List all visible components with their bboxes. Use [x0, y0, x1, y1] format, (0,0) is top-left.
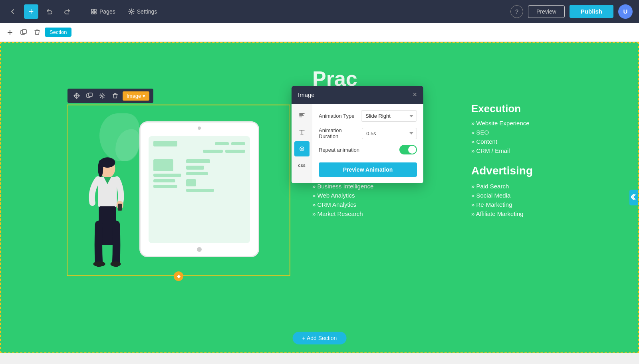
- dialog-sidebar: CSS: [292, 104, 312, 183]
- image-dialog: Image ×: [292, 86, 423, 183]
- tablet-block: [215, 142, 229, 145]
- tablet-block: [153, 185, 177, 188]
- duplicate-element-button[interactable]: [84, 91, 95, 101]
- back-button[interactable]: [6, 5, 19, 18]
- settings-nav[interactable]: Settings: [124, 6, 161, 17]
- tablet-block: [153, 174, 181, 177]
- list-item: » Social Media: [471, 192, 606, 199]
- svg-point-20: [301, 148, 303, 150]
- tablet-block: [153, 141, 177, 146]
- svg-rect-15: [118, 204, 122, 211]
- add-section-tool[interactable]: [4, 26, 16, 38]
- list-item: » Content: [471, 138, 606, 145]
- advertising-title: Advertising: [471, 164, 606, 177]
- avatar: U: [618, 4, 633, 19]
- svg-rect-1: [94, 9, 96, 12]
- image-element: Image ▾: [67, 105, 290, 276]
- help-button[interactable]: ?: [510, 5, 523, 18]
- repeat-animation-label: Repeat animation: [319, 147, 359, 153]
- person-illustration: [83, 156, 131, 267]
- list-item: » SEO: [471, 129, 606, 136]
- svg-point-9: [101, 95, 103, 97]
- tablet-camera: [198, 127, 201, 130]
- animation-type-label: Animation Type: [319, 113, 354, 119]
- delete-section-tool[interactable]: [31, 26, 43, 38]
- list-item: » Paid Search: [471, 183, 606, 190]
- tablet-block: [203, 150, 223, 153]
- dialog-title: Image: [298, 91, 315, 98]
- svg-rect-6: [22, 30, 26, 34]
- move-element-button[interactable]: [71, 91, 82, 101]
- plus-icon: +: [29, 6, 34, 17]
- add-section-button[interactable]: + Add Section: [293, 332, 347, 344]
- svg-point-18: [111, 261, 121, 267]
- tablet-block: [186, 166, 204, 170]
- animation-duration-label: Animation Duration: [319, 127, 362, 139]
- help-icon: ?: [515, 8, 518, 15]
- tablet-button: [197, 247, 202, 252]
- redo-button[interactable]: [61, 5, 73, 18]
- tablet-screen: [149, 136, 250, 243]
- repeat-animation-field: Repeat animation: [319, 145, 417, 154]
- dialog-tab-animation[interactable]: [294, 141, 310, 156]
- dialog-close-button[interactable]: ×: [413, 91, 417, 99]
- tablet-illustration: [139, 121, 259, 257]
- publish-button[interactable]: Publish: [570, 5, 613, 18]
- main-area: Image ▾: [0, 42, 639, 364]
- svg-rect-3: [94, 12, 96, 14]
- resize-handle[interactable]: ◆: [174, 271, 183, 281]
- advertising-section: Advertising » Paid Search » Social Media…: [471, 164, 606, 220]
- list-item: » CRM Analytics: [312, 201, 447, 208]
- dialog-content: Animation Type Slide Right Slide Left Sl…: [312, 104, 423, 183]
- tablet-block: [186, 172, 208, 175]
- list-item: » Market Research: [312, 210, 447, 217]
- pages-nav[interactable]: Pages: [87, 6, 119, 17]
- dialog-tab-css[interactable]: CSS: [294, 158, 310, 173]
- animation-type-select[interactable]: Slide Right Slide Left Slide Up Slide Do…: [361, 110, 417, 122]
- pages-label: Pages: [99, 8, 115, 15]
- element-settings-button[interactable]: [97, 91, 107, 101]
- list-item: » CRM / Email: [471, 147, 606, 154]
- image-element-toolbar: Image ▾: [67, 89, 153, 103]
- list-item: » Business Intelligence: [312, 183, 447, 190]
- tablet-block: [153, 159, 173, 171]
- tablet-block: [186, 189, 214, 192]
- svg-rect-8: [89, 93, 92, 97]
- execution-section: Execution » Website Experience » SEO » C…: [471, 103, 606, 156]
- tablet-block: [225, 150, 245, 153]
- duplicate-section-tool[interactable]: [18, 26, 30, 38]
- dialog-header: Image ×: [292, 86, 423, 104]
- execution-title: Execution: [471, 103, 606, 115]
- list-item: » Web Analytics: [312, 192, 447, 199]
- delete-element-button[interactable]: [110, 91, 120, 101]
- animation-duration-select[interactable]: 0.5s 1s 1.5s 2s: [362, 128, 417, 139]
- settings-label: Settings: [137, 8, 157, 15]
- svg-rect-0: [91, 9, 93, 12]
- section-toolbar: Section: [0, 23, 639, 42]
- svg-rect-2: [91, 12, 93, 14]
- tablet-block: [153, 179, 175, 182]
- undo-button[interactable]: [43, 5, 56, 18]
- section-badge: Section: [45, 28, 71, 37]
- svg-point-17: [93, 261, 105, 267]
- preview-animation-button[interactable]: Preview Animation: [319, 162, 417, 177]
- animation-type-field: Animation Type Slide Right Slide Left Sl…: [319, 110, 417, 122]
- nav-divider: [80, 6, 80, 17]
- right-panel-toggle[interactable]: [629, 190, 638, 206]
- preview-button[interactable]: Preview: [528, 5, 565, 18]
- image-type-button[interactable]: Image ▾: [123, 91, 149, 101]
- list-item: » Re-Marketing: [471, 201, 606, 208]
- tablet-block: [231, 142, 245, 145]
- animation-duration-field: Animation Duration 0.5s 1s 1.5s 2s: [319, 127, 417, 139]
- list-item: » Affiliate Marketing: [471, 210, 606, 217]
- list-item: » Website Experience: [471, 120, 606, 127]
- toggle-container: [399, 145, 417, 154]
- dropdown-icon: ▾: [143, 93, 145, 99]
- repeat-animation-toggle[interactable]: [399, 145, 417, 154]
- tablet-block: [186, 179, 196, 186]
- dialog-tab-settings[interactable]: [294, 108, 310, 123]
- dialog-body: CSS Animation Type Slide Right Slide Lef…: [292, 104, 423, 183]
- navbar: + Pages Settings ? Preview: [0, 0, 639, 23]
- add-element-button[interactable]: +: [24, 4, 38, 19]
- dialog-tab-text[interactable]: [294, 125, 310, 140]
